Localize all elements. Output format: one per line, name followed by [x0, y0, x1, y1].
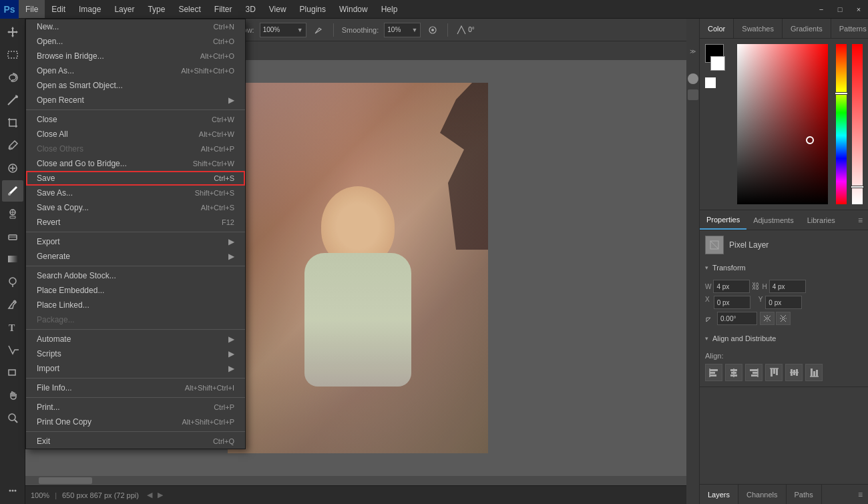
- align-right-button[interactable]: [745, 364, 763, 381]
- align-middle-v-button[interactable]: [785, 364, 803, 381]
- tab-gradients[interactable]: Gradients: [783, 19, 831, 38]
- menu-edit[interactable]: Edit: [45, 0, 72, 18]
- menu-plugins[interactable]: Plugins: [293, 0, 333, 18]
- menu-layer[interactable]: Layer: [107, 0, 141, 18]
- layers-panel-menu[interactable]: ≡: [853, 490, 868, 499]
- color-gradient-picker[interactable]: [737, 44, 828, 204]
- opacity-spectrum[interactable]: [852, 44, 863, 204]
- align-bottom-button[interactable]: [805, 364, 823, 381]
- properties-panel-menu[interactable]: ≡: [853, 216, 868, 225]
- angle-input[interactable]: [717, 312, 757, 325]
- properties-side-icon[interactable]: [688, 89, 698, 100]
- text-tool[interactable]: T: [2, 316, 23, 338]
- menu-exit[interactable]: Exit Ctrl+Q: [26, 434, 245, 449]
- maximize-button[interactable]: □: [831, 0, 849, 19]
- tab-color[interactable]: Color: [700, 19, 734, 38]
- menu-automate[interactable]: Automate ▶: [26, 332, 245, 346]
- minimize-button[interactable]: −: [812, 0, 831, 19]
- menu-import[interactable]: Import ▶: [26, 361, 245, 376]
- menu-save[interactable]: Save Ctrl+S: [26, 171, 245, 186]
- tab-adjustments[interactable]: Adjustments: [746, 210, 801, 230]
- align-section-header[interactable]: ▾ Align and Distribute: [700, 330, 868, 346]
- menu-print[interactable]: Print... Ctrl+P: [26, 400, 245, 415]
- menu-revert[interactable]: Revert F12: [26, 215, 245, 230]
- collapse-panel-button[interactable]: ≫: [687, 45, 699, 57]
- menu-filter[interactable]: Filter: [208, 0, 239, 18]
- photo-canvas[interactable]: [228, 83, 488, 453]
- width-input[interactable]: [713, 280, 750, 293]
- menu-open-recent[interactable]: Open Recent ▶: [26, 93, 245, 107]
- eyedropper-tool[interactable]: [2, 135, 23, 156]
- opacity-thumb[interactable]: [851, 186, 864, 188]
- menu-window[interactable]: Window: [333, 0, 375, 18]
- link-wh-icon[interactable]: ⛓: [752, 282, 760, 291]
- brush-tool[interactable]: [2, 180, 23, 202]
- menu-search-stock[interactable]: Search Adobe Stock...: [26, 268, 245, 283]
- align-center-h-button[interactable]: [725, 364, 742, 381]
- align-top-button[interactable]: [765, 364, 783, 381]
- menu-help[interactable]: Help: [375, 0, 405, 18]
- y-input[interactable]: [765, 296, 802, 309]
- flow-input[interactable]: 100% ▼: [260, 23, 306, 37]
- dodge-tool[interactable]: [2, 271, 23, 292]
- status-nav-right[interactable]: ▶: [158, 491, 163, 499]
- horizontal-scroll-thumb[interactable]: [39, 477, 92, 484]
- menu-save-copy[interactable]: Save a Copy... Alt+Ctrl+S: [26, 200, 245, 215]
- status-nav-left[interactable]: ◀: [147, 491, 152, 499]
- flip-h-button[interactable]: [760, 312, 775, 325]
- menu-open-as[interactable]: Open As... Alt+Shift+Ctrl+O: [26, 63, 245, 78]
- color-side-icon[interactable]: [688, 73, 698, 84]
- tab-layers[interactable]: Layers: [700, 485, 738, 504]
- healing-tool[interactable]: [2, 158, 23, 179]
- menu-print-one-copy[interactable]: Print One Copy Alt+Shift+Ctrl+P: [26, 415, 245, 429]
- pen-tool[interactable]: [2, 294, 23, 315]
- crop-tool[interactable]: [2, 112, 23, 134]
- hand-tool[interactable]: [2, 385, 23, 406]
- menu-image[interactable]: Image: [72, 0, 107, 18]
- menu-file[interactable]: File: [19, 0, 45, 18]
- transform-section-header[interactable]: ▾ Transform: [700, 260, 868, 276]
- close-button[interactable]: ×: [849, 0, 868, 19]
- menu-generate[interactable]: Generate ▶: [26, 249, 245, 264]
- zoom-tool[interactable]: [2, 407, 23, 429]
- marquee-tool[interactable]: [2, 44, 23, 65]
- reset-colors-icon[interactable]: [705, 77, 716, 88]
- menu-place-linked[interactable]: Place Linked...: [26, 298, 245, 312]
- lasso-tool[interactable]: [2, 67, 23, 88]
- menu-3d[interactable]: 3D: [238, 0, 262, 18]
- horizontal-scrollbar[interactable]: [25, 476, 690, 485]
- move-tool[interactable]: [2, 21, 23, 43]
- menu-save-as[interactable]: Save As... Shift+Ctrl+S: [26, 186, 245, 200]
- clone-tool[interactable]: [2, 203, 23, 224]
- more-tools-button[interactable]: [2, 480, 23, 501]
- smoothing-settings-icon[interactable]: [426, 23, 439, 37]
- shape-tool[interactable]: [2, 362, 23, 383]
- menu-view[interactable]: View: [262, 0, 293, 18]
- menu-close-bridge[interactable]: Close and Go to Bridge... Shift+Ctrl+W: [26, 156, 245, 171]
- menu-open-smart-object[interactable]: Open as Smart Object...: [26, 78, 245, 93]
- eraser-tool[interactable]: [2, 226, 23, 247]
- x-input[interactable]: [714, 296, 750, 309]
- align-left-button[interactable]: [705, 364, 722, 381]
- background-color[interactable]: [710, 56, 725, 71]
- menu-new[interactable]: New... Ctrl+N: [26, 19, 245, 34]
- menu-type[interactable]: Type: [141, 0, 172, 18]
- path-selection-tool[interactable]: [2, 339, 23, 360]
- menu-export[interactable]: Export ▶: [26, 234, 245, 249]
- menu-close[interactable]: Close Ctrl+W: [26, 112, 245, 127]
- menu-close-all[interactable]: Close All Alt+Ctrl+W: [26, 127, 245, 142]
- color-gradient-box[interactable]: [737, 44, 828, 204]
- menu-place-embedded[interactable]: Place Embedded...: [26, 283, 245, 298]
- spectrum-thumb[interactable]: [835, 92, 848, 95]
- tab-libraries[interactable]: Libraries: [801, 210, 842, 230]
- height-input[interactable]: [769, 280, 806, 293]
- menu-open[interactable]: Open... Ctrl+O: [26, 34, 245, 49]
- gradient-tool[interactable]: [2, 248, 23, 270]
- tab-swatches[interactable]: Swatches: [734, 19, 783, 38]
- tab-channels[interactable]: Channels: [738, 485, 786, 504]
- menu-file-info[interactable]: File Info... Alt+Shift+Ctrl+I: [26, 381, 245, 395]
- magic-wand-tool[interactable]: [2, 89, 23, 111]
- menu-browse-bridge[interactable]: Browse in Bridge... Alt+Ctrl+O: [26, 49, 245, 63]
- tab-paths[interactable]: Paths: [787, 485, 822, 504]
- color-spectrum-slider[interactable]: [836, 44, 847, 204]
